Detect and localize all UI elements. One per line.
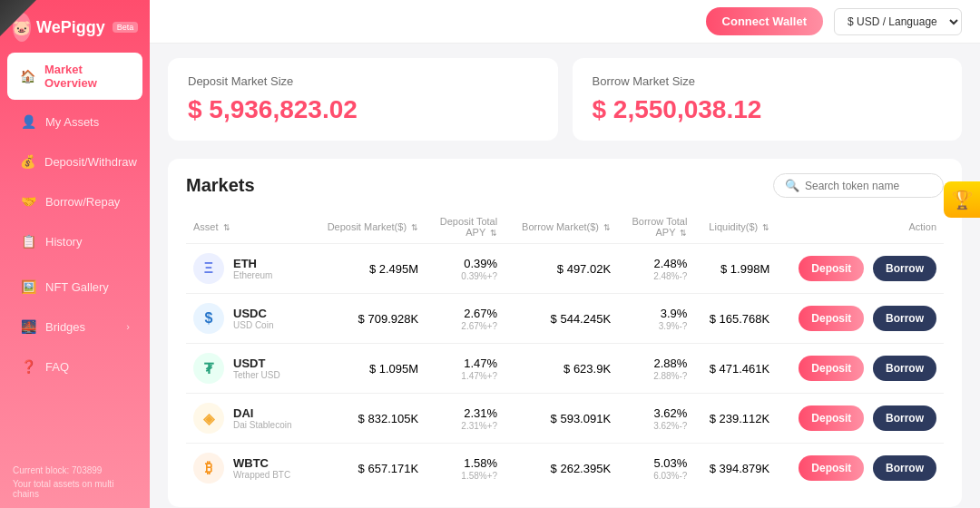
deposit-market-value: $ 2.495M [309, 244, 426, 294]
sidebar-item-history[interactable]: 📋 History [7, 223, 142, 259]
actions-cell: Deposit Borrow [777, 244, 944, 294]
deposit-button[interactable]: Deposit [799, 405, 864, 431]
deposit-market-value: $ 832.105K [309, 394, 426, 444]
borrow-apy-value: 2.48% 2.48%-? [618, 244, 694, 294]
faq-icon: ❓ [20, 358, 36, 375]
history-icon: 📋 [20, 233, 36, 249]
sidebar-item-faq[interactable]: ❓ FAQ [7, 348, 142, 385]
header: Connect Wallet $ USD / Language [150, 0, 980, 44]
deposit-button[interactable]: Deposit [799, 256, 864, 281]
col-deposit-apy: Deposit TotalAPY ⇅ [426, 210, 505, 244]
deposit-apy-value: 1.58% 1.58%+? [426, 444, 505, 493]
deposit-apy-value: 2.31% 2.31%+? [426, 394, 505, 444]
search-input[interactable] [805, 180, 932, 192]
logo-text: WePiggy [36, 18, 105, 37]
sidebar-bottom-text: Your total assets on multi chains [13, 479, 137, 499]
actions-cell: Deposit Borrow [777, 444, 944, 493]
bridges-icon: 🌉 [20, 318, 36, 335]
asset-cell: $ USDC USD Coin [186, 294, 309, 344]
asset-icon-dai: ◈ [193, 403, 224, 434]
deposit-market-value: $ 709.928K [309, 294, 426, 344]
nft-gallery-icon: 🖼️ [20, 278, 36, 295]
sidebar-item-label: FAQ [45, 360, 69, 374]
table-row: ₿ WBTC Wrapped BTC $ 657.171K 1.58% 1.58… [186, 444, 944, 493]
sidebar-bottom: Current block: 703899 Your total assets … [0, 456, 150, 508]
deposit-market-value: $ 657.171K [309, 444, 426, 493]
currency-language-select[interactable]: $ USD / Language [834, 8, 962, 35]
asset-name: USD Coin [233, 320, 273, 330]
asset-symbol: WBTC [233, 456, 290, 470]
liquidity-value: $ 239.112K [694, 394, 777, 444]
deposit-apy-value: 2.67% 2.67%+? [426, 294, 505, 344]
markets-header: Markets 🔍 [186, 173, 944, 198]
sidebar-item-label: Borrow/Repay [45, 195, 120, 209]
deposit-market-card: Deposit Market Size $ 5,936,823.02 [168, 58, 558, 141]
sidebar-item-label: Bridges [45, 320, 85, 334]
my-assets-icon: 👤 [20, 113, 36, 130]
borrow-market-card: Borrow Market Size $ 2,550,038.12 [573, 58, 963, 141]
asset-name: Wrapped BTC [233, 470, 290, 480]
asset-name: Ethereum [233, 270, 272, 280]
sidebar-item-bridges[interactable]: 🌉 Bridges › [7, 308, 142, 345]
trophy-widget[interactable]: 🏆 [944, 181, 980, 218]
sidebar-item-label: Market Overview [44, 63, 130, 90]
borrow-market-value: $ 544.245K [505, 294, 618, 344]
table-body: Ξ ETH Ethereum $ 2.495M 0.39% 0.39%+? $ … [186, 244, 944, 493]
asset-icon-usdt: ₮ [193, 353, 224, 384]
borrow-button[interactable]: Borrow [873, 306, 936, 331]
deposit-button[interactable]: Deposit [799, 455, 864, 481]
asset-icon-usdc: $ [193, 303, 224, 334]
sidebar-item-nft-gallery[interactable]: 🖼️ NFT Gallery [7, 269, 142, 305]
table-row: ₮ USDT Tether USD $ 1.095M 1.47% 1.47%+?… [186, 344, 944, 394]
col-asset: Asset ⇅ [186, 210, 309, 244]
asset-name: Dai Stablecoin [233, 420, 291, 430]
borrow-repay-icon: 🤝 [20, 193, 36, 210]
sidebar: 🐷 WePiggy Beta 🏠 Market Overview 👤 My As… [0, 0, 150, 508]
borrow-apy-value: 3.62% 3.62%-? [618, 394, 694, 444]
asset-cell: ₿ WBTC Wrapped BTC [186, 444, 309, 493]
liquidity-value: $ 394.879K [694, 444, 777, 493]
borrow-market-value: $ 593.091K [505, 394, 618, 444]
sidebar-item-market-overview[interactable]: 🏠 Market Overview [7, 53, 142, 100]
sidebar-item-deposit-withdraw[interactable]: 💰 Deposit/Withdraw [7, 143, 142, 180]
liquidity-value: $ 165.768K [694, 294, 777, 344]
borrow-market-value: $ 497.02K [505, 244, 618, 294]
markets-table: Asset ⇅ Deposit Market($) ⇅ Deposit Tota… [186, 210, 944, 493]
borrow-button[interactable]: Borrow [873, 356, 936, 381]
asset-symbol: ETH [233, 257, 272, 270]
asset-symbol: DAI [233, 406, 291, 420]
search-icon: 🔍 [785, 179, 799, 192]
sidebar-item-label: NFT Gallery [45, 280, 109, 294]
asset-cell: ◈ DAI Dai Stablecoin [186, 394, 309, 444]
asset-name: Tether USD [233, 370, 280, 380]
sidebar-item-label: History [45, 235, 82, 249]
liquidity-value: $ 471.461K [694, 344, 777, 394]
borrow-apy-value: 3.9% 3.9%-? [618, 294, 694, 344]
borrow-button[interactable]: Borrow [873, 405, 936, 431]
borrow-button[interactable]: Borrow [873, 256, 936, 281]
search-box[interactable]: 🔍 [773, 173, 944, 198]
market-cards: Deposit Market Size $ 5,936,823.02 Borro… [168, 58, 962, 141]
deposit-market-title: Deposit Market Size [188, 74, 538, 88]
connect-wallet-button[interactable]: Connect Wallet [706, 7, 823, 35]
liquidity-value: $ 1.998M [694, 244, 777, 294]
deposit-withdraw-icon: 💰 [20, 153, 35, 170]
col-borrow-market: Borrow Market($) ⇅ [505, 210, 618, 244]
borrow-market-title: Borrow Market Size [593, 74, 943, 88]
table-row: ◈ DAI Dai Stablecoin $ 832.105K 2.31% 2.… [186, 394, 944, 444]
table-header: Asset ⇅ Deposit Market($) ⇅ Deposit Tota… [186, 210, 944, 244]
borrow-button[interactable]: Borrow [873, 455, 936, 481]
markets-title: Markets [186, 175, 255, 196]
deposit-button[interactable]: Deposit [799, 306, 864, 331]
asset-cell: ₮ USDT Tether USD [186, 344, 309, 394]
deposit-apy-value: 1.47% 1.47%+? [426, 344, 505, 394]
sidebar-item-my-assets[interactable]: 👤 My Assets [7, 103, 142, 140]
main-content: Connect Wallet $ USD / Language Deposit … [150, 0, 980, 508]
current-block-label: Current block: 703899 [13, 465, 137, 475]
col-liquidity: Liquidity($) ⇅ [694, 210, 777, 244]
col-borrow-apy: Borrow TotalAPY ⇅ [618, 210, 694, 244]
sidebar-item-borrow-repay[interactable]: 🤝 Borrow/Repay [7, 183, 142, 220]
content-area: Deposit Market Size $ 5,936,823.02 Borro… [150, 44, 980, 508]
asset-symbol: USDC [233, 307, 273, 320]
deposit-button[interactable]: Deposit [799, 356, 864, 381]
